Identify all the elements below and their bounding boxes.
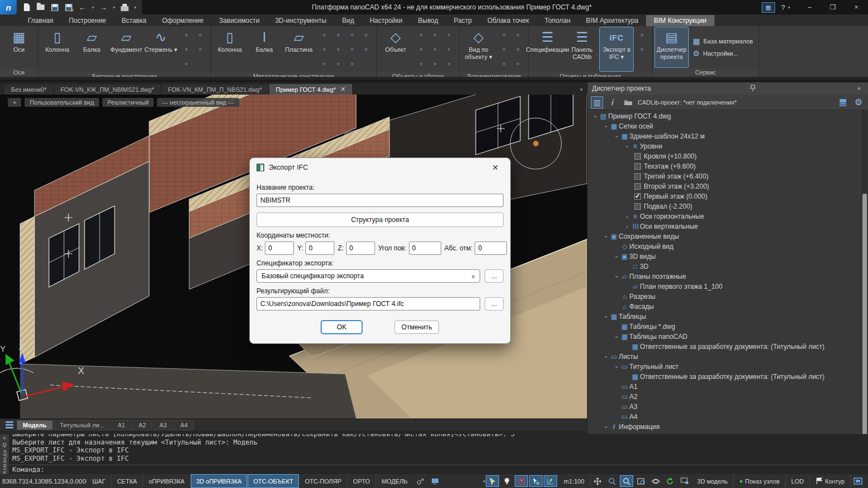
command-close-icon[interactable]: ×	[3, 435, 6, 441]
ribbon-tab-Главная[interactable]: Главная	[20, 15, 61, 26]
status-toggle-ОТС-ПОЛЯР[interactable]: ОТС-ПОЛЯР	[299, 474, 348, 488]
tree-item[interactable]: ›▦Таблицы	[588, 312, 868, 322]
checkbox-unchecked[interactable]	[634, 153, 641, 160]
expand-open-icon[interactable]: ›	[614, 253, 620, 260]
split-group-icon[interactable]: ▫	[428, 42, 442, 56]
bent-rod-icon[interactable]: ▫	[180, 28, 193, 41]
rebar-net-icon[interactable]: ▫	[194, 42, 207, 56]
document-tab[interactable]: FOK-VN_КЖ_ПМ_NBIMS21.dwg*	[54, 85, 161, 95]
status-overflow-caret-icon[interactable]: ▾	[483, 479, 486, 484]
print-icon[interactable]	[120, 3, 129, 12]
doc-tabs-caret-icon[interactable]: ▾	[580, 87, 583, 95]
close-button[interactable]: ×	[845, 0, 868, 14]
tree-item[interactable]: ▭A1	[588, 382, 868, 392]
tree-item[interactable]: Техэтаж (+9.600)	[588, 161, 868, 171]
result-file-input[interactable]	[257, 297, 480, 310]
tree-scrollbar-thumb[interactable]	[862, 194, 867, 434]
ribbon-tab-Зависимости[interactable]: Зависимости	[211, 15, 268, 26]
coord-field-input[interactable]	[346, 241, 375, 255]
frame-add-icon[interactable]: ▫	[442, 42, 456, 56]
status-toggle-ОТС-ОБЪЕКТ[interactable]: ОТС-ОБЪЕКТ	[248, 474, 299, 488]
tree-item[interactable]: ›▦Таблицы nanoCAD	[588, 332, 868, 342]
qat-more-icon[interactable]: ▾	[134, 5, 136, 10]
orbit-icon[interactable]	[649, 475, 662, 487]
fullscreen-icon[interactable]	[851, 475, 865, 487]
export-model-icon[interactable]	[837, 96, 849, 109]
file-browse-button[interactable]: ...	[485, 297, 504, 310]
tree-item[interactable]: ›▭Титульный лист	[588, 362, 868, 372]
ribbon-menu-materials-db[interactable]: ▦База материалов	[693, 37, 753, 46]
viewport-control[interactable]: --- несохраненный вид ---	[157, 98, 239, 107]
ribbon-tab-Построение[interactable]: Построение	[61, 15, 114, 26]
ribbon-tab-Вид[interactable]: Вид	[334, 15, 362, 26]
tree-item[interactable]: □3D	[588, 262, 868, 272]
anchor-bolt-icon[interactable]: ▫	[318, 28, 331, 41]
ribbon-tab-Облака точек[interactable]: Облака точек	[480, 15, 537, 26]
tree-item[interactable]: Кровля (+10.800)	[588, 151, 868, 161]
snap-off-icon[interactable]	[515, 475, 528, 487]
tree-item[interactable]: ›▤Пример ГОСТ 4.dwg	[588, 111, 868, 121]
project-structure-button[interactable]: Структура проекта	[257, 213, 504, 227]
ribbon-button-rebar-rod[interactable]: ∿Стержень ▾	[144, 27, 177, 71]
expand-closed-icon[interactable]: ›	[624, 214, 630, 220]
expand-open-icon[interactable]: ›	[603, 123, 609, 130]
ribbon-button-project-manager[interactable]: ▤Диспетчер проекта	[655, 27, 688, 67]
expand-open-icon[interactable]: ›	[593, 113, 599, 120]
ribbon-tab-BIM Архитектура[interactable]: BIM Архитектура	[578, 15, 646, 26]
lod-toggle[interactable]: LOD	[786, 474, 810, 488]
tree-item[interactable]: Подвал (-2.200)	[588, 201, 868, 211]
brace-icon[interactable]: ▫	[318, 57, 331, 70]
ribbon-button-axes-grid[interactable]: ▦Оси	[2, 27, 36, 67]
tree-item[interactable]: ◇Исходный вид	[588, 241, 868, 252]
tree-item[interactable]: ›☰Оси вертикальные	[588, 221, 868, 231]
redo-caret-icon[interactable]: ▾	[113, 5, 115, 10]
tree-item[interactable]: ▦Ответственные за разработку документа: …	[588, 372, 868, 382]
ribbon-button-steel-column[interactable]: ▯Колонна	[213, 27, 246, 71]
document-tab[interactable]: Пример ГОСТ 4.dwg*✕	[269, 84, 353, 95]
sheet-210-icon[interactable]: ▫	[415, 28, 428, 41]
status-toggle-3D оПРИВЯЗКА[interactable]: 3D оПРИВЯЗКА	[191, 474, 248, 488]
export-spec-select[interactable]: Базовый спецификатор экспорта∨	[257, 269, 480, 283]
panel-settings-gear-icon[interactable]: ⚙	[852, 96, 865, 109]
node-plate-icon[interactable]: ▫	[332, 42, 345, 56]
ribbon-button-spec-list[interactable]: ☰Спецификации	[531, 27, 564, 71]
views-copy-icon[interactable]: ▫	[497, 28, 511, 41]
model-space-label[interactable]: МОДЕЛЬ	[376, 474, 413, 488]
viewport-control[interactable]: Реалистичный	[102, 98, 154, 107]
tree-scrollbar[interactable]	[862, 110, 867, 434]
open-project-folder-icon[interactable]	[622, 96, 634, 109]
tree-item[interactable]: ›▦Сетки осей	[588, 121, 868, 131]
cadlib-objects-icon[interactable]: ▥	[591, 96, 603, 109]
coord-field-input[interactable]	[305, 241, 334, 255]
document-tab[interactable]: Без имени0*	[4, 85, 54, 95]
checkbox-unchecked[interactable]	[634, 163, 641, 170]
status-toggle-оПРИВЯЗКА[interactable]: оПРИВЯЗКА	[143, 474, 191, 488]
base-plate-icon[interactable]: ▫	[332, 57, 345, 70]
tab-close-icon[interactable]: ✕	[341, 86, 346, 93]
tree-item[interactable]: ▦Ответственные за разработку документа: …	[588, 342, 868, 352]
cursor-context-icon[interactable]	[529, 475, 542, 487]
regen-icon[interactable]	[663, 475, 677, 487]
add-card-icon[interactable]: ▫	[415, 57, 428, 70]
lock-ui-icon[interactable]	[678, 475, 691, 487]
dim-500-v-icon[interactable]: ▫	[511, 42, 525, 56]
expand-open-icon[interactable]: ›	[603, 313, 609, 320]
stirrup-icon[interactable]: ▫	[180, 42, 193, 56]
layout-tab-Титульный ли...[interactable]: Титульный ли...	[54, 420, 111, 430]
layout-tab-Модель[interactable]: Модель	[17, 420, 53, 430]
palette-icon[interactable]: ▦	[762, 2, 775, 13]
coord-field-input[interactable]	[409, 241, 441, 255]
command-line-main[interactable]: Выберите параметры листа [Копировать/Уда…	[9, 434, 868, 474]
ok-button[interactable]: OK	[321, 321, 362, 334]
dome-rebar-icon[interactable]: ▫	[180, 57, 193, 70]
expand-open-icon[interactable]: ›	[624, 143, 630, 150]
coord-field-input[interactable]	[475, 241, 507, 255]
ribbon-button-object-cube[interactable]: ◇Объект	[379, 27, 412, 71]
open-file-icon[interactable]	[36, 3, 45, 12]
panel-close-icon[interactable]: ×	[855, 85, 864, 92]
ribbon-tab-Тополан[interactable]: Тополан	[537, 15, 578, 26]
zoom-window-icon[interactable]	[620, 475, 633, 487]
weld-icon[interactable]: ▫	[318, 42, 331, 56]
redo-icon[interactable]: →	[99, 3, 108, 12]
layout-tab-A1[interactable]: A1	[111, 420, 131, 430]
